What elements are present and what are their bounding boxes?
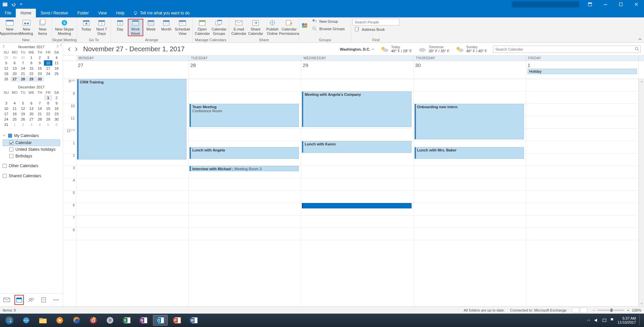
- weather-location[interactable]: Washington, D.C.: [340, 47, 374, 51]
- checkbox-icon[interactable]: [9, 147, 13, 151]
- mini-day[interactable]: 16: [36, 66, 44, 71]
- mini-day[interactable]: 31: [19, 55, 27, 60]
- mini-day[interactable]: 27: [27, 117, 36, 122]
- reading-view-button[interactable]: [580, 308, 587, 313]
- mini-day[interactable]: 16: [52, 106, 61, 111]
- mini-day[interactable]: 19: [19, 111, 27, 117]
- new-group-button[interactable]: New Group: [310, 18, 347, 25]
- email-calendar-button[interactable]: E-mail Calendar: [230, 19, 247, 36]
- tray-volume-icon[interactable]: [594, 318, 599, 323]
- mini-day[interactable]: 9: [36, 60, 44, 66]
- mini-day[interactable]: 8: [27, 60, 36, 66]
- ribbon-display-options[interactable]: [582, 0, 598, 9]
- mini-day[interactable]: 28: [19, 76, 27, 82]
- week-view-button[interactable]: Week: [143, 19, 159, 32]
- media-player-icon[interactable]: [52, 315, 67, 326]
- calendar-event[interactable]: CRM Training: [77, 79, 186, 159]
- search-calendar-input[interactable]: [493, 46, 641, 53]
- mini-day[interactable]: 1: [44, 95, 52, 101]
- mini-day[interactable]: [19, 95, 27, 101]
- mini-day[interactable]: 9: [52, 101, 61, 106]
- mini-day[interactable]: 2: [52, 95, 61, 101]
- mini-day[interactable]: 17: [2, 111, 10, 117]
- mail-nav-icon[interactable]: [3, 296, 11, 304]
- tasks-nav-icon[interactable]: [40, 296, 48, 304]
- chrome-icon[interactable]: [86, 315, 101, 326]
- tree-group-other-calendars[interactable]: Other Calendars: [3, 162, 60, 170]
- ie-icon[interactable]: [19, 315, 34, 326]
- checkbox-icon[interactable]: [9, 154, 13, 158]
- tab-home[interactable]: Home: [16, 9, 36, 17]
- mini-day[interactable]: 3: [2, 101, 10, 106]
- calendar-groups-button[interactable]: Calendar Groups: [211, 19, 227, 36]
- scroll-down-icon[interactable]: [639, 301, 644, 306]
- minimize-button[interactable]: [598, 0, 613, 9]
- tab-help[interactable]: Help: [112, 9, 129, 17]
- mini-day[interactable]: 12: [19, 106, 27, 111]
- tab-send-receive[interactable]: Send / Receive: [36, 9, 72, 17]
- calendar-event[interactable]: Interview with Michael ; Meeting Room 3: [190, 166, 299, 171]
- tray-network-icon[interactable]: [602, 318, 607, 323]
- calendar-event[interactable]: [302, 203, 411, 208]
- tree-item-birthdays[interactable]: Birthdays: [3, 153, 60, 159]
- time-grid[interactable]: 8AM9101112PM12345678 CRM TrainingTeam Me…: [63, 79, 644, 306]
- next7days-button[interactable]: 7 Next 7 Days: [94, 19, 109, 36]
- mini-day[interactable]: 11: [10, 106, 19, 111]
- calendar-nav-icon[interactable]: [15, 296, 23, 304]
- mini-day[interactable]: 5: [19, 101, 27, 106]
- allday-cell[interactable]: 29: [301, 61, 414, 79]
- mini-day[interactable]: 25: [10, 117, 19, 122]
- show-desktop-button[interactable]: [639, 315, 642, 326]
- tab-file[interactable]: File: [0, 9, 16, 17]
- allday-cell[interactable]: 27: [76, 61, 189, 79]
- mini-day[interactable]: 8: [44, 101, 52, 106]
- mini-day[interactable]: 20: [27, 111, 36, 117]
- new-appointment-button[interactable]: New Appointment: [1, 19, 18, 36]
- schedule-view-button[interactable]: Schedule View: [174, 19, 191, 36]
- mini-day[interactable]: 6: [52, 122, 61, 127]
- mini-day[interactable]: 19: [2, 71, 10, 76]
- start-button[interactable]: [2, 315, 17, 326]
- day-column[interactable]: Meeting with Angela's CompanyLunch with …: [301, 79, 414, 306]
- mini-day[interactable]: 29: [27, 76, 36, 82]
- new-meeting-button[interactable]: New Meeting: [18, 19, 35, 36]
- day-column[interactable]: CRM Training: [76, 79, 189, 306]
- tell-me-search[interactable]: Tell me what you want to do: [129, 9, 190, 17]
- mini-day[interactable]: 22: [27, 71, 36, 76]
- tree-item-us-holidays[interactable]: United States holidays: [3, 146, 60, 153]
- mini-day[interactable]: 23: [36, 71, 44, 76]
- prev-week-icon[interactable]: [66, 46, 72, 52]
- mini-day[interactable]: 1: [10, 122, 19, 127]
- mini-day[interactable]: [10, 95, 19, 101]
- mini-day[interactable]: 24: [2, 117, 10, 122]
- skype-meeting-button[interactable]: S New Skype Meeting: [53, 19, 75, 36]
- mini-day[interactable]: 6: [10, 60, 19, 66]
- calendar-event[interactable]: Lunch with Mrs. Baker: [415, 147, 524, 159]
- tab-view[interactable]: View: [94, 9, 112, 17]
- mini-day[interactable]: 30: [36, 76, 44, 82]
- mini-day[interactable]: 14: [19, 66, 27, 71]
- address-book-button[interactable]: Address Book: [353, 26, 387, 33]
- calendar-event[interactable]: Team MeetingConference Room: [190, 104, 299, 127]
- powerpoint-icon[interactable]: P: [170, 315, 184, 326]
- mini-day[interactable]: 23: [52, 111, 61, 117]
- allday-event[interactable]: Holiday: [528, 69, 637, 74]
- tab-folder[interactable]: Folder: [73, 9, 94, 17]
- day-column[interactable]: Team MeetingConference RoomLunch with An…: [189, 79, 301, 306]
- qat-customize-icon[interactable]: [18, 1, 24, 7]
- mini-day[interactable]: 24: [44, 71, 52, 76]
- share-calendar-button[interactable]: Share Calendar: [247, 19, 264, 36]
- mini-day[interactable]: 20: [10, 71, 19, 76]
- publish-online-button[interactable]: Publish Online: [264, 19, 281, 36]
- mini-day[interactable]: 2: [19, 122, 27, 127]
- mini-day[interactable]: 2: [36, 55, 44, 60]
- mini-day[interactable]: 3: [44, 55, 52, 60]
- mini-day[interactable]: [27, 95, 36, 101]
- next-week-icon[interactable]: [73, 46, 79, 52]
- search-icon[interactable]: [635, 47, 639, 51]
- more-nav-icon[interactable]: [52, 296, 60, 304]
- mini-day[interactable]: 7: [36, 101, 44, 106]
- day-view-button[interactable]: Day: [112, 19, 128, 32]
- file-explorer-icon[interactable]: [36, 315, 50, 326]
- firefox-icon[interactable]: [69, 315, 84, 326]
